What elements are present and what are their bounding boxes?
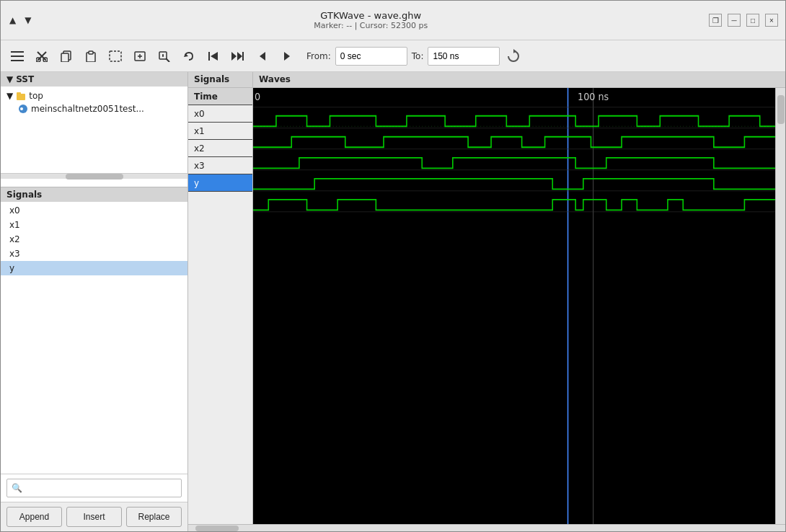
sst-label: SST [16, 74, 34, 84]
scroll-up-button[interactable]: ▲ [8, 14, 17, 27]
zoom-fit-button[interactable] [129, 45, 151, 67]
from-input[interactable] [335, 47, 407, 66]
waves-header-row: Signals Waves [188, 72, 785, 88]
next-button[interactable] [276, 45, 298, 67]
append-button[interactable]: Append [6, 507, 62, 527]
sst-arrow-icon: ▼ [6, 74, 13, 84]
signal-item-x3[interactable]: x3 [1, 247, 187, 261]
toolbar: From: To: [1, 40, 785, 72]
prev-button[interactable] [252, 45, 273, 67]
signal-item-x0[interactable]: x0 [1, 203, 187, 218]
svg-point-31 [20, 107, 23, 110]
svg-rect-8 [61, 53, 69, 62]
prev-icon [257, 50, 268, 62]
signals-header: Signals [1, 187, 187, 202]
waveform-area[interactable]: 100 ns 0 [253, 88, 775, 524]
sst-scrollbar[interactable] [1, 173, 187, 179]
next-icon [281, 50, 293, 62]
svg-rect-32 [253, 88, 775, 524]
component-icon [18, 104, 28, 114]
svg-marker-25 [260, 52, 265, 61]
titlebar-left: ▲ ▼ [8, 14, 32, 27]
copy-button[interactable] [56, 45, 77, 67]
zoom-select-icon [158, 50, 171, 62]
signals-search-row [1, 474, 187, 502]
scroll-down-button[interactable]: ▼ [23, 14, 32, 27]
cut-button[interactable] [31, 45, 53, 67]
wave-row-y[interactable]: y [188, 174, 252, 192]
refresh-button[interactable] [503, 45, 524, 67]
close-button[interactable]: × [765, 14, 778, 27]
svg-rect-2 [11, 60, 24, 61]
signal-item-x1[interactable]: x1 [1, 218, 187, 232]
select-all-icon [109, 50, 122, 62]
waves-row-area: Time x0 x1 x2 x3 y 1 [188, 88, 785, 524]
wave-row-x0[interactable]: x0 [188, 105, 252, 123]
svg-text:0: 0 [255, 90, 260, 102]
signals-list: x0 x1 x2 x3 y [1, 202, 187, 474]
insert-button[interactable]: Insert [66, 507, 122, 527]
svg-rect-10 [89, 51, 93, 54]
zoom-select-button[interactable] [154, 45, 175, 67]
tree-item-label: top [29, 91, 43, 101]
wave-row-x1[interactable]: x1 [188, 123, 252, 140]
replace-button[interactable]: Replace [126, 507, 182, 527]
signal-item-x2[interactable]: x2 [1, 232, 187, 247]
copy-icon [61, 50, 72, 62]
from-label: From: [306, 51, 331, 61]
menu-button[interactable] [6, 45, 28, 67]
svg-rect-28 [17, 94, 25, 100]
waves-label: Waves [253, 72, 296, 87]
titlebar-right: ❐ ─ □ × [709, 14, 778, 27]
to-input[interactable] [428, 47, 500, 66]
sst-tree: ▼ top meinschaltnetz0051test... [1, 87, 187, 173]
select-all-button[interactable] [105, 45, 126, 67]
minimize-button[interactable]: ─ [728, 14, 741, 27]
tree-item-top[interactable]: ▼ top [1, 89, 187, 102]
signals-buttons: Append Insert Replace [1, 502, 187, 531]
to-label: To: [412, 51, 424, 61]
fast-forward-icon [231, 50, 245, 62]
waveform-svg: 100 ns 0 [253, 88, 775, 524]
svg-marker-26 [284, 52, 290, 61]
signals-search-input[interactable] [6, 479, 182, 497]
main-window: ▲ ▼ GTKWave - wave.ghw Marker: -- | Curs… [0, 0, 786, 532]
undo-icon [183, 50, 195, 62]
maximize-button[interactable]: □ [746, 14, 759, 27]
first-icon [208, 50, 219, 62]
paste-icon [85, 50, 97, 62]
wave-row-x3[interactable]: x3 [188, 157, 252, 174]
titlebar-center: GTKWave - wave.ghw Marker: -- | Cursor: … [32, 10, 709, 30]
svg-line-16 [166, 58, 169, 62]
undo-button[interactable] [178, 45, 200, 67]
sst-header: ▼ SST [1, 72, 187, 87]
tree-component-label: meinschaltnetz0051test... [31, 104, 144, 114]
window-subtitle: Marker: -- | Cursor: 52300 ps [32, 21, 709, 30]
svg-marker-22 [231, 52, 237, 61]
svg-rect-0 [11, 51, 24, 53]
v-scrollbar-thumb [777, 95, 785, 124]
hamburger-icon [11, 51, 24, 61]
from-to-group: From: To: [306, 47, 500, 66]
tree-item-component[interactable]: meinschaltnetz0051test... [12, 102, 187, 115]
first-button[interactable] [203, 45, 224, 67]
paste-button[interactable] [80, 45, 102, 67]
titlebar: ▲ ▼ GTKWave - wave.ghw Marker: -- | Curs… [1, 1, 785, 40]
svg-rect-11 [110, 51, 121, 61]
svg-marker-23 [237, 52, 242, 61]
main-content: ▼ SST ▼ top [1, 72, 785, 531]
vertical-scrollbar[interactable] [775, 88, 785, 524]
wave-signals-col: Time x0 x1 x2 x3 y [188, 88, 253, 524]
horizontal-scrollbar[interactable] [188, 524, 785, 531]
wave-row-time: Time [188, 88, 252, 105]
refresh-icon [506, 49, 521, 63]
wave-row-x2[interactable]: x2 [188, 140, 252, 157]
h-scrollbar-thumb [195, 526, 239, 531]
restore-button[interactable]: ❐ [709, 14, 722, 27]
svg-rect-29 [17, 92, 21, 94]
fast-forward-button[interactable] [227, 45, 249, 67]
signal-item-y[interactable]: y [1, 261, 187, 275]
svg-marker-21 [211, 52, 218, 61]
window-title: GTKWave - wave.ghw [32, 10, 709, 21]
svg-rect-1 [11, 56, 24, 57]
